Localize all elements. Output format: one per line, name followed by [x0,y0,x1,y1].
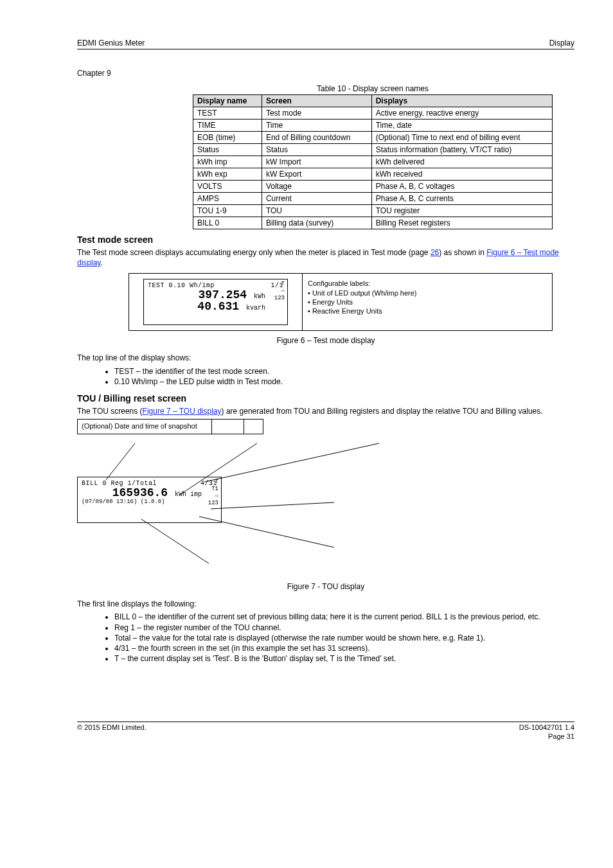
table-row: kWh expkW ExportkWh received [193,168,553,181]
fig6-labels: Configurable labels: • Unit of LED outpu… [303,274,552,330]
fig6-val2: 40.631 [197,300,239,313]
fig6-caption: Figure 6 – Test mode display [77,336,574,345]
table-row: EOB (time)End of Billing countdown(Optio… [193,132,553,144]
fig7-caption: Figure 7 - TOU display [77,582,574,591]
svg-line-0 [106,443,135,480]
table-row: AMPSCurrentPhase A, B, C currents [193,193,553,205]
fig6-lcd-symbols: T ⇨ 123 [274,281,285,301]
fig6-lcd: TEST 0.10 Wh/imp 1/1 397.254 kWh 40.631 … [143,279,288,325]
table10-title: Table 10 - Display screen names [193,84,553,93]
fig7-lcd: BILL 0 Reg 1/Total 4/31 165936.6 kWh imp… [77,477,222,523]
list-item: BILL 0 – the identifier of the current s… [114,612,574,622]
heading-test-mode: Test mode screen [77,235,574,245]
list-item: T – the current display set is 'Test'. B… [114,653,574,664]
page-ref-link[interactable]: 26 [431,248,439,257]
footer-copyright: © 2015 EDMI Limited. [77,723,147,731]
table-row: TOU 1-9TOUTOU register [193,205,553,217]
footer-page: Page 31 [548,732,574,740]
th-displays: Displays [371,95,552,107]
list-item: Total – the value for the total rate is … [114,633,574,643]
table-row: kWh impkW ImportkWh delivered [193,156,553,168]
test-mode-para: The Test mode screen displays accumulati… [77,247,574,268]
th-displayname: Display name [193,95,262,107]
test-list-intro: The top line of the display shows: [77,353,574,363]
footer-docid: DS-10042701 1.4 [519,723,574,731]
fig7-line2: (07/09/08 13:16) (1.8.0) [82,499,217,505]
fig6-container: TEST 0.10 Wh/imp 1/1 397.254 kWh 40.631 … [129,273,553,331]
fig7-unit1: kWh imp [175,491,202,498]
heading-tou: TOU / Billing reset screen [77,393,574,403]
fig6-val1: 397.254 [199,288,247,301]
fig6-unit1: kWh [254,293,265,300]
list-item: Reg 1 – the register number of the TOU c… [114,623,574,633]
test-list: TEST – the identifier of the test mode s… [89,366,574,387]
table-row: StatusStatusStatus information (battery,… [193,144,553,156]
hdr-right: Display [549,39,574,48]
list-item: 0.10 Wh/imp – the LED pulse width in Tes… [114,376,574,387]
list-item: 4/31 – the fourth screen in the set (in … [114,643,574,653]
hdr-left: EDMI Genius Meter [77,39,145,48]
table-row: VOLTSVoltagePhase A, B, C voltages [193,181,553,193]
fig7-container: Display label, register 1, total rate Va… [77,419,572,580]
callout-snapshot: (Optional) Date and time of snapshot [77,419,212,434]
fig6-unit2: kvarh [246,305,265,312]
th-screen: Screen [262,95,371,107]
table-row: BILL 0Billing data (survey)Billing Reset… [193,217,553,229]
chapter-label: Chapter 9 [77,69,574,78]
tou-list-intro: The first line displays the following: [77,599,574,609]
table-row: TESTTest modeActive energy, reactive ene… [193,107,553,120]
svg-line-2 [204,443,379,482]
fig7-lcd-symbols: T T1 ⇨ 123 [208,479,218,506]
table10: Display name Screen Displays TESTTest mo… [193,94,553,229]
fig7-val1: 165936.6 [112,486,168,499]
fig7-link[interactable]: Figure 7 – TOU display [143,407,222,416]
tou-list: BILL 0 – the identifier of the current s… [89,612,574,664]
svg-line-5 [141,519,209,563]
tou-para: The TOU screens (Figure 7 – TOU display)… [77,406,574,416]
table-row: TIMETimeTime, date [193,120,553,132]
list-item: TEST – the identifier of the test mode s… [114,366,574,376]
svg-line-3 [211,502,334,509]
